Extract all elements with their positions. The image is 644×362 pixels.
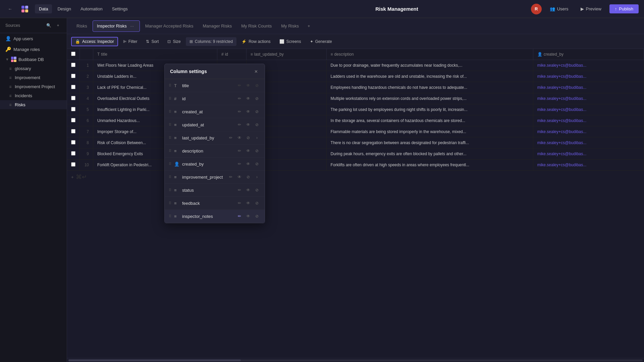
column-settings-item[interactable]: ⠿ ≡ inspector_notes ✏ 👁 ⊘ [165,210,265,223]
drag-handle-icon[interactable]: ⠿ [169,136,171,140]
col-hide-button[interactable]: ⊘ [253,160,261,168]
column-settings-item[interactable]: ⠿ ≡ updated_at ✏ 👁 ⊘ [165,118,265,131]
col-type-icon: ≡ [174,201,179,206]
col-hide-button[interactable]: ⊘ [253,186,261,194]
nav-settings[interactable]: Settings [108,4,132,13]
access-button[interactable]: 🔒 Access: Inspector [71,37,118,46]
col-chevron-button[interactable]: › [253,173,261,181]
column-settings-item[interactable]: ⠿ 👤 created_by ✏ 👁 ⊘ [165,158,265,171]
screens-button[interactable]: ⬜ Screens [276,37,305,46]
drag-handle-icon[interactable]: ⠿ [169,175,171,179]
generate-button[interactable]: ✦ Generate [306,37,336,46]
th-last-updated-by[interactable]: ≡last_updated_by [246,49,326,60]
col-visibility-button[interactable]: 👁 [245,95,252,102]
col-edit-button[interactable]: ✏ [236,213,243,220]
column-settings-item[interactable]: ⠿ # id ✏ 👁 ⊘ [165,92,265,105]
col-edit-button[interactable]: ✏ [236,95,243,102]
column-settings-item[interactable]: ⠿ ≡ last_updated_by ✏ 👁 ⊘ › [165,131,265,144]
column-settings-close-button[interactable]: ✕ [253,68,259,75]
sidebar-item-improvement-project[interactable]: ≡ Improvement Project [0,82,67,91]
drag-handle-icon[interactable]: ⠿ [169,110,171,114]
column-settings-item[interactable]: ⠿ ≡ description ✏ 👁 ⊘ [165,144,265,158]
col-edit-button[interactable]: ✏ [227,134,234,141]
nav-design[interactable]: Design [53,4,75,13]
nav-automation[interactable]: Automation [76,4,107,13]
tab-inspector-risks[interactable]: Inspector Risks ··· [93,20,140,32]
filter-button[interactable]: ⊫ Filter [119,37,141,46]
sidebar-item-incidents[interactable]: ≡ Incidents [0,91,67,100]
drag-handle-icon[interactable]: ⠿ [169,188,171,192]
drag-handle-icon[interactable]: ⠿ [169,214,171,219]
sidebar-db-header[interactable]: ▼ Budibase DB [0,55,67,64]
publish-button[interactable]: ↑ Publish [609,4,639,13]
col-edit-button[interactable]: ✏ [236,147,243,155]
col-hide-button[interactable]: ⊘ [253,108,261,115]
col-visibility-button[interactable]: 👁 [236,134,243,141]
tab-risk-counts[interactable]: My Risk Counts [237,21,276,31]
size-button[interactable]: ⊡ Size [164,37,184,46]
drag-handle-icon[interactable]: ⠿ [169,97,171,101]
add-tab-button[interactable]: + [304,21,314,31]
th-checkbox[interactable] [67,49,80,60]
sidebar-item-risks[interactable]: ≡ Risks [0,100,67,109]
col-edit-button[interactable]: ✏ [227,173,234,181]
column-settings-item[interactable]: ⠿ ≡ created_at ✏ 👁 ⊘ [165,105,265,118]
col-visibility-button[interactable]: 👁 [245,147,252,155]
col-hide-button[interactable]: ⊘ [245,134,252,141]
col-chevron-button[interactable]: › [253,134,261,141]
drag-handle-icon[interactable]: ⠿ [169,201,171,205]
col-edit-button[interactable]: ✏ [236,199,243,207]
col-hide-button[interactable]: ⊘ [253,199,261,207]
sidebar-add-button[interactable]: + [55,22,61,29]
back-button[interactable]: ← [5,4,15,14]
sidebar-item-improvement[interactable]: ≡ Improvement [0,73,67,82]
col-edit-button[interactable]: ✏ [236,82,243,89]
sidebar-item-app-users[interactable]: 👤 App users [0,33,67,44]
col-visibility-button[interactable]: 👁 [245,199,252,207]
col-hide-button[interactable]: ⊘ [253,147,261,155]
drag-handle-icon[interactable]: ⠿ [169,83,171,88]
tab-options-icon[interactable]: ··· [129,23,136,29]
tab-risks[interactable]: Risks [72,21,91,31]
tab-manager-accepted[interactable]: Manager Accepted Risks [141,21,198,31]
tab-manager-risks[interactable]: Manager Risks [199,21,236,31]
col-visibility-button[interactable]: 👁 [245,160,252,168]
nav-data[interactable]: Data [35,4,52,13]
drag-handle-icon[interactable]: ⠿ [169,123,171,127]
col-visibility-button[interactable]: 👁 [245,186,252,194]
col-edit-button[interactable]: ✏ [236,186,243,194]
col-hide-button[interactable]: ⊘ [253,82,261,89]
preview-button[interactable]: ▶ Preview [577,4,605,13]
drag-handle-icon[interactable]: ⠿ [169,149,171,153]
users-button[interactable]: 👥 Users [546,4,573,13]
col-edit-button[interactable]: ✏ [236,160,243,168]
select-all-checkbox[interactable] [71,52,75,56]
sidebar-search-icon[interactable]: 🔍 [45,22,52,29]
sidebar-item-glossary[interactable]: ≡ glossary [0,64,67,73]
drag-handle-icon[interactable]: ⠿ [169,162,171,166]
col-hide-button[interactable]: ⊘ [253,95,261,102]
column-settings-item[interactable]: ⠿ T title ✏ 👁 ⊘ [165,79,265,92]
col-visibility-button[interactable]: 👁 [245,213,252,220]
sort-button[interactable]: ⇅ Sort [142,37,162,46]
col-visibility-button[interactable]: 👁 [245,121,252,128]
th-id[interactable]: #id [217,49,247,60]
col-visibility-button[interactable]: 👁 [245,82,252,89]
th-title[interactable]: Ttitle [93,49,217,60]
col-edit-button[interactable]: ✏ [236,121,243,128]
column-settings-item[interactable]: ⠿ ≡ improvement_project ✏ 👁 ⊘ › [165,171,265,184]
column-settings-item[interactable]: ⠿ ≡ feedback ✏ 👁 ⊘ [165,197,265,210]
column-settings-item[interactable]: ⠿ ≡ status ✏ 👁 ⊘ [165,184,265,197]
row-actions-button[interactable]: ⚡ Row actions [238,37,274,46]
columns-button[interactable]: ⊞ Columns: 9 restricted [186,37,236,46]
col-hide-button[interactable]: ⊘ [253,213,261,220]
sidebar-item-manage-roles[interactable]: 🔑 Manage roles [0,44,67,55]
col-visibility-button[interactable]: 👁 [245,108,252,115]
col-hide-button[interactable]: ⊘ [253,121,261,128]
col-edit-button[interactable]: ✏ [236,108,243,115]
th-description[interactable]: ≡description [326,49,533,60]
col-visibility-button[interactable]: 👁 [236,173,243,181]
tab-my-risks[interactable]: My Risks [277,21,303,31]
col-hide-button[interactable]: ⊘ [245,173,252,181]
th-created-by[interactable]: 👤created_by [533,49,644,60]
